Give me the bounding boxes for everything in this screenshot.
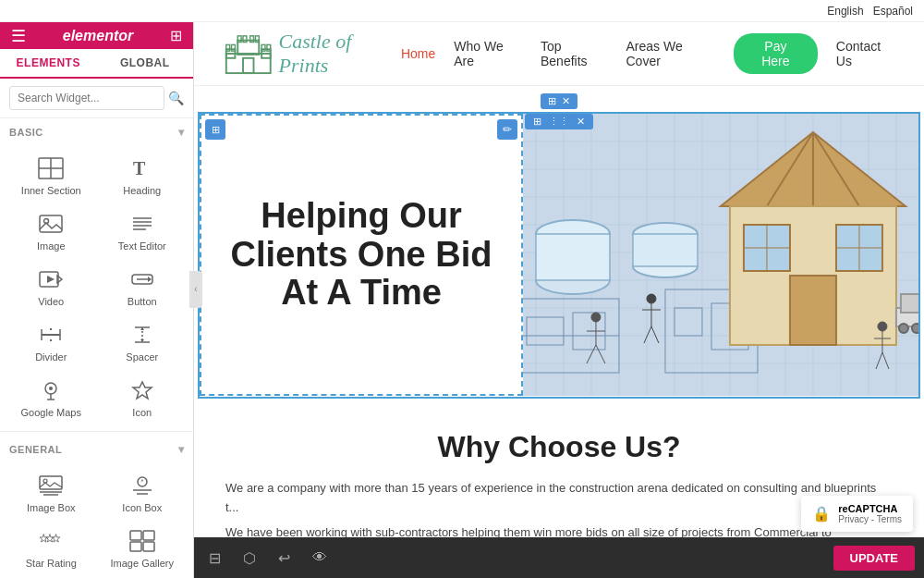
widget-video[interactable]: Video bbox=[6, 257, 97, 313]
tab-elements[interactable]: ELEMENTS bbox=[0, 49, 97, 79]
why-choose-title: Why Choose Us? bbox=[225, 430, 893, 464]
widget-text-editor[interactable]: Text Editor bbox=[97, 202, 188, 257]
svg-marker-12 bbox=[47, 276, 55, 283]
update-button[interactable]: UPDATE bbox=[833, 546, 915, 571]
section-close-icon[interactable]: ✕ bbox=[574, 116, 588, 128]
video-label: Video bbox=[38, 296, 64, 307]
widget-heading[interactable]: T Heading bbox=[97, 146, 188, 202]
section-grid-icon[interactable]: ⋮⋮ bbox=[546, 116, 572, 128]
site-navigation: Home Who We Are Top Benefits Areas We Co… bbox=[401, 33, 896, 74]
espanol-link[interactable]: Español bbox=[873, 5, 913, 18]
hamburger-menu-icon[interactable]: ☰ bbox=[11, 26, 26, 46]
widget-google-maps[interactable]: Google Maps bbox=[6, 368, 97, 424]
hero-text-column[interactable]: ⊞ ✏ Helping Our Clients One Bid At A Tim… bbox=[200, 114, 523, 396]
tab-global[interactable]: GLOBAL bbox=[97, 49, 194, 77]
gdpr-text: reCAPTCHA Privacy - Terms bbox=[838, 503, 902, 524]
toolbar-undo-icon[interactable]: ↩ bbox=[273, 546, 296, 571]
site-header: Castle of Prints Home Who We Are Top Ben… bbox=[194, 22, 924, 86]
divider-label: Divider bbox=[35, 351, 67, 363]
star-rating-icon bbox=[36, 528, 66, 554]
svg-point-128 bbox=[899, 324, 908, 333]
svg-rect-31 bbox=[40, 476, 62, 489]
hero-image-column bbox=[523, 114, 918, 396]
svg-marker-11 bbox=[57, 276, 62, 283]
icon-label: Icon bbox=[132, 407, 152, 418]
english-link[interactable]: English bbox=[827, 5, 863, 18]
icon-box-icon bbox=[128, 473, 157, 498]
widget-button[interactable]: Button bbox=[97, 257, 188, 313]
image-box-icon bbox=[36, 473, 66, 498]
svg-point-121 bbox=[878, 322, 887, 331]
widget-star-rating[interactable]: Star Rating bbox=[6, 519, 97, 574]
col-close-icon[interactable]: ✕ bbox=[560, 95, 572, 107]
svg-marker-15 bbox=[148, 277, 152, 282]
image-icon bbox=[36, 211, 66, 237]
google-maps-icon bbox=[36, 377, 66, 403]
svg-rect-46 bbox=[226, 54, 271, 73]
sidebar-collapse-handle[interactable]: ‹ bbox=[189, 271, 202, 308]
toolbar-layers-icon[interactable]: ⊟ bbox=[203, 546, 226, 571]
toolbar-eye-icon[interactable]: 👁 bbox=[307, 546, 333, 570]
widget-image-box[interactable]: Image Box bbox=[6, 463, 97, 519]
hero-heading: Helping Our Clients One Bid At A Time bbox=[220, 197, 503, 313]
svg-rect-42 bbox=[130, 531, 141, 540]
svg-rect-95 bbox=[536, 234, 610, 280]
search-button[interactable]: 🔍 bbox=[168, 91, 184, 105]
nav-areas-we-cover[interactable]: Areas We Cover bbox=[626, 39, 715, 68]
pay-here-button[interactable]: Pay Here bbox=[734, 33, 818, 74]
hero-section: ⊞ ✕ ⊞ ✏ Helping Our Clients One Bid At A… bbox=[198, 112, 920, 399]
section-wrapper: ⊞ ⋮⋮ ✕ ⊞ ✕ ⊞ ✏ bbox=[194, 112, 924, 399]
svg-point-111 bbox=[591, 313, 601, 322]
divider-icon bbox=[36, 322, 66, 348]
svg-point-27 bbox=[49, 387, 53, 390]
image-gallery-label: Image Gallery bbox=[111, 558, 174, 569]
button-label: Button bbox=[128, 296, 157, 307]
nav-top-benefits[interactable]: Top Benefits bbox=[541, 39, 608, 68]
general-widgets-grid: Image Box Icon Box bbox=[0, 460, 193, 578]
svg-marker-30 bbox=[133, 382, 152, 399]
construction-image bbox=[523, 114, 918, 396]
widget-image-gallery[interactable]: Image Gallery bbox=[97, 519, 188, 574]
svg-text:T: T bbox=[133, 158, 146, 178]
widget-spacer[interactable]: Spacer bbox=[97, 313, 188, 368]
svg-rect-4 bbox=[40, 215, 62, 232]
svg-rect-98 bbox=[633, 234, 698, 266]
col-move-icon[interactable]: ⊞ bbox=[546, 95, 558, 107]
site-logo: Castle of Prints bbox=[222, 30, 401, 78]
general-section-label: GENERAL ▾ bbox=[0, 436, 193, 460]
svg-rect-43 bbox=[143, 531, 154, 540]
section-top-controls: ⊞ ⋮⋮ ✕ bbox=[525, 114, 593, 129]
text-editor-icon bbox=[128, 211, 157, 237]
svg-marker-41 bbox=[53, 535, 61, 543]
edit-text-button[interactable]: ✏ bbox=[497, 119, 517, 140]
toolbar-responsive-icon[interactable]: ⬡ bbox=[237, 546, 261, 571]
spacer-label: Spacer bbox=[126, 351, 158, 363]
inner-section-icon bbox=[36, 155, 66, 181]
svg-rect-44 bbox=[130, 542, 141, 551]
canvas-scroll-area[interactable]: ⊞ ⋮⋮ ✕ ⊞ ✕ ⊞ ✏ bbox=[194, 86, 924, 537]
nav-who-we-are[interactable]: Who We Are bbox=[454, 39, 522, 68]
col-handle-icon[interactable]: ⊞ bbox=[205, 119, 225, 140]
basic-chevron-icon[interactable]: ▾ bbox=[178, 126, 185, 139]
widget-icon-box[interactable]: Icon Box bbox=[97, 463, 188, 519]
sidebar-header: ☰ elementor ⊞ bbox=[0, 22, 193, 49]
nav-contact-us[interactable]: Contact Us bbox=[836, 39, 896, 68]
grid-icon[interactable]: ⊞ bbox=[170, 27, 182, 44]
widget-image[interactable]: Image bbox=[6, 202, 97, 257]
svg-marker-36 bbox=[140, 479, 143, 482]
google-maps-label: Google Maps bbox=[21, 407, 81, 418]
widget-icon[interactable]: Icon bbox=[97, 368, 188, 424]
section-divider bbox=[0, 431, 193, 432]
basic-section-label: BASIC ▾ bbox=[0, 118, 193, 142]
nav-home[interactable]: Home bbox=[401, 46, 435, 61]
image-label: Image bbox=[37, 240, 66, 252]
widget-inner-section[interactable]: Inner Section bbox=[6, 146, 97, 202]
general-chevron-icon[interactable]: ▾ bbox=[178, 443, 185, 456]
section-move-icon[interactable]: ⊞ bbox=[530, 116, 544, 128]
top-language-bar: English Español bbox=[0, 0, 924, 22]
basic-widgets-grid: Inner Section T Heading bbox=[0, 142, 193, 427]
search-input[interactable] bbox=[9, 86, 164, 110]
widget-divider[interactable]: Divider bbox=[6, 313, 97, 368]
svg-rect-45 bbox=[143, 542, 154, 551]
svg-point-129 bbox=[912, 324, 918, 333]
